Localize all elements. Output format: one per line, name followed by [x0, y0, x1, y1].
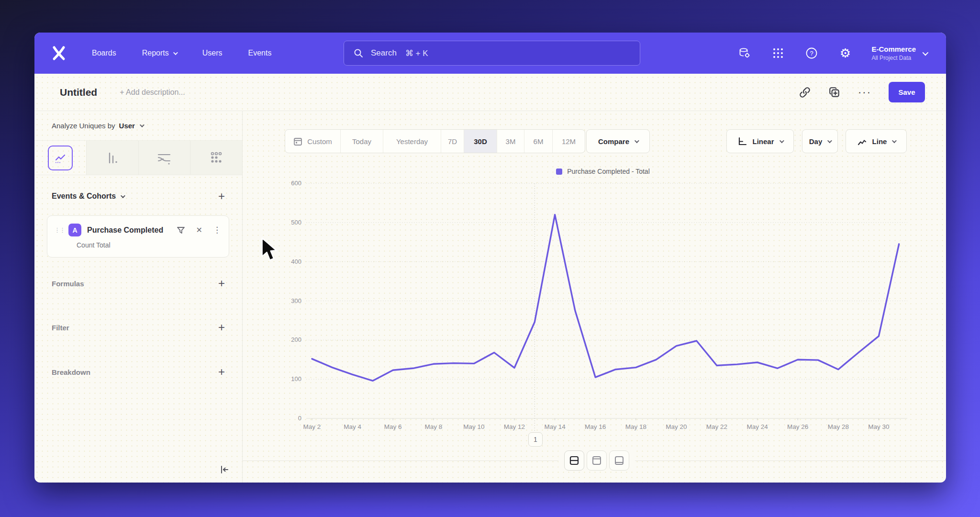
compare-button[interactable]: Compare [586, 129, 650, 153]
bar-chart-icon [105, 150, 120, 166]
axis-scale-icon [737, 136, 747, 146]
svg-text:?: ? [810, 50, 813, 57]
chart-type-line-button[interactable]: Line [846, 129, 907, 153]
range-label: Today [352, 137, 371, 146]
breakdown-label: Breakdown [52, 368, 90, 376]
svg-text:300: 300 [291, 297, 301, 304]
svg-text:May 18: May 18 [625, 423, 646, 430]
event-card-row: ⋮⋮ A Purchase Completed ✕ ⋮ [54, 224, 221, 236]
project-scope: All Project Data [871, 55, 916, 61]
legend-label: Purchase Completed - Total [567, 168, 650, 175]
remove-event-icon[interactable]: ✕ [196, 225, 202, 235]
more-actions-icon[interactable]: ··· [858, 87, 871, 98]
retention-grid-icon [208, 150, 224, 166]
layout-bottom-icon [614, 455, 624, 466]
tab-flow-chart[interactable] [138, 141, 190, 175]
nav-item-reports[interactable]: Reports [142, 49, 177, 57]
svg-text:May 22: May 22 [706, 423, 727, 430]
settings-gear-icon[interactable]: ⚙ [838, 46, 852, 60]
project-switcher[interactable]: E-Commerce All Project Data [871, 45, 927, 61]
chevron-down-icon [173, 50, 178, 55]
svg-text:May 6: May 6 [384, 423, 402, 430]
chevron-down-icon [827, 138, 832, 143]
chevron-down-icon [140, 123, 145, 127]
search-placeholder: Search [371, 48, 397, 58]
interval-label: Day [809, 137, 823, 146]
search-input[interactable]: Search ⌘ + K [344, 41, 640, 66]
range-7d[interactable]: 7D [441, 130, 464, 153]
svg-text:May 14: May 14 [544, 423, 566, 430]
range-label: 3M [506, 137, 516, 146]
analyze-label: Analyze Uniques by [52, 122, 115, 130]
line-chart[interactable]: 0100200300400500600May 2May 4May 6May 8M… [287, 176, 919, 435]
tab-bar-chart[interactable] [86, 141, 138, 175]
add-formula-button[interactable]: + [218, 278, 225, 289]
nav-right: ? ⚙ E-Commerce All Project Data [737, 45, 927, 61]
range-30d-active[interactable]: 30D [464, 130, 497, 153]
range-today[interactable]: Today [340, 130, 383, 153]
project-name: E-Commerce [871, 45, 916, 53]
layout-split-button[interactable] [564, 450, 584, 471]
tab-retention-chart[interactable] [190, 141, 242, 175]
events-cohorts-label: Events & Cohorts [52, 192, 116, 201]
event-options-icon[interactable]: ⋮ [213, 225, 221, 235]
analyze-value-dropdown[interactable]: User [119, 122, 135, 130]
interval-day-button[interactable]: Day [802, 129, 838, 153]
help-icon[interactable]: ? [804, 46, 819, 60]
project-info: E-Commerce All Project Data [871, 45, 916, 61]
nav-item-label: Users [202, 49, 223, 57]
svg-text:400: 400 [291, 258, 301, 265]
add-breakdown-button[interactable]: + [218, 366, 225, 378]
svg-text:May 8: May 8 [424, 423, 442, 430]
layout-top-button[interactable] [587, 450, 607, 471]
layout-bottom-button[interactable] [609, 450, 629, 471]
range-12m[interactable]: 12M [552, 130, 585, 153]
svg-text:May 30: May 30 [868, 423, 889, 430]
mixpanel-logo-icon[interactable] [51, 45, 67, 61]
analyze-row: Analyze Uniques by User [34, 111, 242, 141]
nav-item-users[interactable]: Users [202, 49, 223, 57]
filter-funnel-icon[interactable] [176, 225, 186, 235]
report-title[interactable]: Untitled [60, 87, 97, 98]
legend-swatch [556, 169, 562, 175]
save-button[interactable]: Save [889, 82, 925, 102]
svg-text:May 12: May 12 [504, 423, 525, 430]
drag-handle-icon[interactable]: ⋮⋮ [54, 226, 65, 234]
report-toolbar: Untitled + Add description... ··· Save [34, 74, 946, 111]
range-label: 12M [562, 137, 576, 146]
svg-text:May 4: May 4 [344, 423, 361, 430]
chart-legend[interactable]: Purchase Completed - Total [287, 168, 919, 175]
data-management-icon[interactable] [737, 46, 752, 60]
range-yesterday[interactable]: Yesterday [383, 130, 441, 153]
collapse-sidebar-icon[interactable] [219, 464, 230, 477]
event-card[interactable]: ⋮⋮ A Purchase Completed ✕ ⋮ Count Total [47, 215, 229, 258]
chevron-down-icon [892, 138, 897, 143]
add-filter-button[interactable]: + [218, 322, 225, 333]
chart-type-label: Line [872, 137, 887, 146]
svg-text:May 20: May 20 [666, 423, 687, 430]
tab-insights-active[interactable] [34, 141, 86, 175]
events-cohorts-header[interactable]: Events & Cohorts + [34, 188, 242, 205]
filter-label: Filter [52, 324, 69, 332]
pagination-badge[interactable]: 1 [528, 432, 543, 447]
event-card-actions: ✕ ⋮ [176, 225, 221, 235]
apps-grid-icon[interactable] [771, 46, 785, 60]
nav-item-label: Reports [142, 49, 169, 57]
nav-item-boards[interactable]: Boards [92, 49, 116, 57]
flow-chart-icon [156, 150, 172, 166]
event-letter-badge: A [68, 224, 81, 236]
filter-section: Filter + [34, 319, 242, 336]
add-description[interactable]: + Add description... [120, 88, 185, 97]
svg-text:May 10: May 10 [463, 423, 484, 430]
event-aggregation[interactable]: Count Total [77, 241, 221, 249]
nav-item-events[interactable]: Events [248, 49, 272, 57]
copy-link-icon[interactable] [799, 86, 811, 99]
duplicate-icon[interactable] [828, 86, 841, 99]
range-6m[interactable]: 6M [524, 130, 552, 153]
range-custom[interactable]: Custom [285, 130, 340, 153]
range-3m[interactable]: 3M [497, 130, 524, 153]
scale-linear-button[interactable]: Linear [726, 129, 794, 153]
add-event-button[interactable]: + [218, 191, 225, 202]
range-label: Yesterday [396, 137, 428, 146]
event-name[interactable]: Purchase Completed [87, 226, 163, 235]
